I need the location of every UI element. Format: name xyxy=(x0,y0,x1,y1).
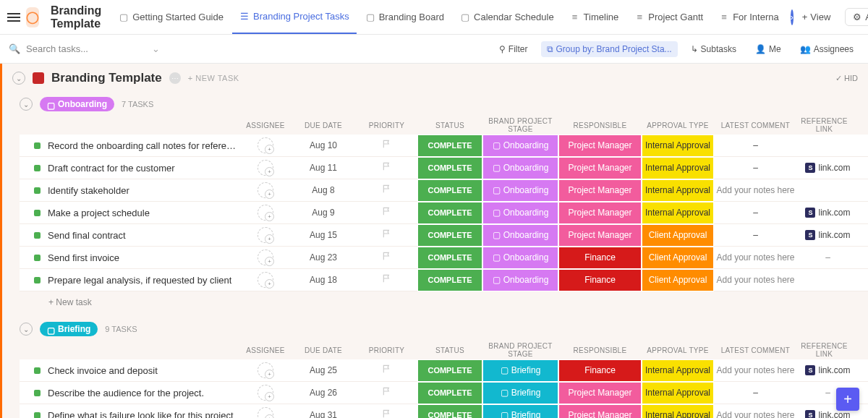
assignee-cell[interactable] xyxy=(240,205,291,221)
group-badge[interactable]: ▢ Onboarding xyxy=(40,97,114,111)
comment-cell[interactable]: – xyxy=(714,140,797,150)
due-date[interactable]: Aug 9 xyxy=(291,208,356,218)
assignee-cell[interactable] xyxy=(240,182,291,198)
priority-cell[interactable] xyxy=(356,386,417,399)
stage-cell[interactable]: ▢Onboarding xyxy=(482,202,558,224)
status-cell[interactable]: COMPLETE xyxy=(417,404,482,419)
task-row[interactable]: Make a project schedule Aug 9 COMPLETE ▢… xyxy=(20,202,868,224)
assignee-cell[interactable] xyxy=(240,160,291,176)
stage-cell[interactable]: ▢Onboarding xyxy=(482,157,558,179)
responsible-cell[interactable]: Project Manager xyxy=(558,382,642,404)
comment-cell[interactable]: – xyxy=(714,230,797,240)
comment-cell[interactable]: Add your notes here xyxy=(714,275,797,285)
status-cell[interactable]: COMPLETE xyxy=(417,359,482,382)
task-row[interactable]: Check invoice and deposit Aug 25 COMPLET… xyxy=(20,359,868,382)
responsible-cell[interactable]: Finance xyxy=(558,269,642,291)
info-icon[interactable]: ⋯ xyxy=(169,72,181,84)
task-row[interactable]: Send final contract Aug 15 COMPLETE ▢Onb… xyxy=(20,224,868,247)
add-task-link[interactable]: + New task xyxy=(20,291,868,307)
stage-cell[interactable]: ▢Onboarding xyxy=(482,135,558,157)
add-assignee-icon[interactable] xyxy=(258,272,273,288)
add-assignee-icon[interactable] xyxy=(258,160,273,176)
approval-cell[interactable]: Internal Approval xyxy=(642,404,714,419)
comment-cell[interactable]: Add your notes here xyxy=(714,410,797,418)
priority-cell[interactable] xyxy=(356,409,417,418)
priority-cell[interactable] xyxy=(356,161,417,174)
comment-cell[interactable]: Add your notes here xyxy=(714,185,797,195)
status-cell[interactable]: COMPLETE xyxy=(417,157,482,179)
filter-button[interactable]: ⚲Filter xyxy=(493,41,534,57)
assignee-cell[interactable] xyxy=(240,137,291,153)
comment-cell[interactable]: – xyxy=(714,163,797,173)
comment-cell[interactable]: – xyxy=(714,388,797,398)
add-assignee-icon[interactable] xyxy=(258,227,273,243)
next-tabs-button[interactable]: › xyxy=(791,9,793,25)
stage-cell[interactable]: ▢Briefing xyxy=(482,382,558,404)
task-row[interactable]: Describe the audience for the project. A… xyxy=(20,382,868,404)
tab-branding-tasks[interactable]: ☰ Branding Project Tasks xyxy=(232,1,357,34)
search-input[interactable]: 🔍 Search tasks... ⌄ xyxy=(9,43,160,54)
menu-icon[interactable] xyxy=(7,9,20,26)
approval-cell[interactable]: Internal Approval xyxy=(642,135,714,157)
assignee-cell[interactable] xyxy=(240,227,291,243)
reference-link[interactable]: – xyxy=(797,252,859,263)
approval-cell[interactable]: Internal Approval xyxy=(642,359,714,382)
comment-cell[interactable]: – xyxy=(714,208,797,218)
reference-link[interactable]: Slink.com xyxy=(797,410,859,418)
due-date[interactable]: Aug 18 xyxy=(291,275,356,285)
approval-cell[interactable]: Internal Approval xyxy=(642,179,714,202)
assignees-button[interactable]: 👥Assignees xyxy=(794,41,859,57)
task-row[interactable]: Draft contract for the customer Aug 11 C… xyxy=(20,157,868,179)
responsible-cell[interactable]: Project Manager xyxy=(558,157,642,179)
tab-gantt[interactable]: ≡ Project Gantt xyxy=(627,1,710,34)
responsible-cell[interactable]: Finance xyxy=(558,359,642,382)
add-assignee-icon[interactable] xyxy=(258,137,273,153)
tab-branding-board[interactable]: ▢ Branding Board xyxy=(358,1,451,34)
status-cell[interactable]: COMPLETE xyxy=(417,179,482,202)
approval-cell[interactable]: Client Approval xyxy=(642,247,714,269)
responsible-cell[interactable]: Project Manager xyxy=(558,179,642,202)
approval-cell[interactable]: Internal Approval xyxy=(642,202,714,224)
priority-cell[interactable] xyxy=(356,273,417,286)
status-cell[interactable]: COMPLETE xyxy=(417,247,482,269)
priority-cell[interactable] xyxy=(356,251,417,264)
due-date[interactable]: Aug 15 xyxy=(291,230,356,240)
due-date[interactable]: Aug 10 xyxy=(291,140,356,150)
priority-cell[interactable] xyxy=(356,184,417,197)
tab-getting-started[interactable]: ▢ Getting Started Guide xyxy=(111,1,231,34)
task-row[interactable]: Define what is failure look like for thi… xyxy=(20,404,868,418)
add-assignee-icon[interactable] xyxy=(258,249,273,265)
responsible-cell[interactable]: Project Manager xyxy=(558,404,642,419)
assignee-cell[interactable] xyxy=(240,272,291,288)
status-cell[interactable]: COMPLETE xyxy=(417,135,482,157)
due-date[interactable]: Aug 25 xyxy=(291,365,356,375)
stage-cell[interactable]: ▢Onboarding xyxy=(482,179,558,202)
assignee-cell[interactable] xyxy=(240,362,291,378)
add-view-button[interactable]: + View xyxy=(795,12,838,22)
priority-cell[interactable] xyxy=(356,229,417,242)
reference-link[interactable]: Slink.com xyxy=(797,365,859,375)
responsible-cell[interactable]: Finance xyxy=(558,247,642,269)
task-row[interactable]: Prepare legal analysis, if requested by … xyxy=(20,269,868,291)
stage-cell[interactable]: ▢Onboarding xyxy=(482,269,558,291)
new-task-link[interactable]: + NEW TASK xyxy=(188,74,239,82)
status-cell[interactable]: COMPLETE xyxy=(417,382,482,404)
assignee-cell[interactable] xyxy=(240,407,291,418)
hide-button[interactable]: ✓HID xyxy=(835,74,858,83)
tab-timeline[interactable]: ≡ Timeline xyxy=(563,1,626,34)
group-badge[interactable]: ▢ Briefing xyxy=(40,322,98,336)
subtasks-button[interactable]: ↳Subtasks xyxy=(685,41,742,57)
responsible-cell[interactable]: Project Manager xyxy=(558,224,642,247)
status-cell[interactable]: COMPLETE xyxy=(417,269,482,291)
status-cell[interactable]: COMPLETE xyxy=(417,224,482,247)
logo-icon[interactable]: ◯ xyxy=(26,7,39,27)
stage-cell[interactable]: ▢Briefing xyxy=(482,359,558,382)
priority-cell[interactable] xyxy=(356,206,417,219)
collapse-toggle[interactable]: ⌄ xyxy=(20,98,33,111)
tab-internal[interactable]: ≡ For Interna xyxy=(712,1,786,34)
collapse-toggle[interactable]: ⌄ xyxy=(12,72,25,85)
stage-cell[interactable]: ▢Onboarding xyxy=(482,224,558,247)
add-assignee-icon[interactable] xyxy=(258,407,273,418)
approval-cell[interactable]: Internal Approval xyxy=(642,382,714,404)
due-date[interactable]: Aug 26 xyxy=(291,388,356,398)
